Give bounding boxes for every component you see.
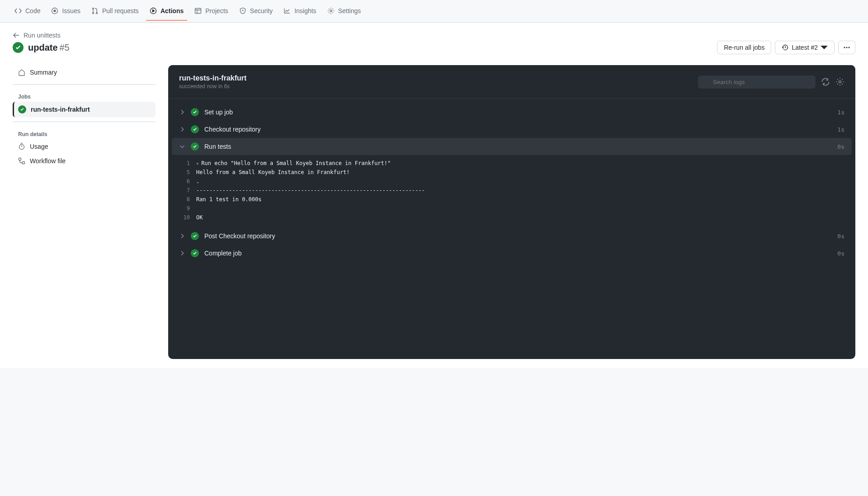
step-time: 0s xyxy=(837,233,844,240)
run-title: update xyxy=(28,43,58,52)
step-time: 1s xyxy=(837,126,844,133)
log-line[interactable]: 1▸Run echo "Hello from a Small Koyeb Ins… xyxy=(179,159,844,168)
rerun-button[interactable]: Re-run all jobs xyxy=(717,41,771,54)
svg-rect-13 xyxy=(19,158,21,161)
tab-settings[interactable]: Settings xyxy=(324,2,365,21)
sidebar-summary[interactable]: Summary xyxy=(13,65,156,80)
step-name: Checkout repository xyxy=(204,126,832,133)
tab-projects[interactable]: Projects xyxy=(191,2,232,21)
log-text: ▸Run echo "Hello from a Small Koyeb Inst… xyxy=(196,159,391,168)
sidebar-job[interactable]: run-tests-in-frakfurt xyxy=(13,102,156,117)
step-name: Run tests xyxy=(204,143,832,150)
sidebar-usage[interactable]: Usage xyxy=(13,139,156,154)
home-icon xyxy=(18,69,25,76)
svg-point-1 xyxy=(54,10,56,12)
step-time: 1s xyxy=(837,109,844,116)
svg-point-8 xyxy=(330,10,332,12)
sidebar-label: Usage xyxy=(30,143,48,150)
code-icon xyxy=(14,7,22,14)
chevron-right-icon xyxy=(179,233,185,239)
sidebar-workflow-file[interactable]: Workflow file xyxy=(13,154,156,168)
breadcrumb-workflow[interactable]: Run unittests xyxy=(24,32,61,39)
step-row[interactable]: Complete job0s xyxy=(168,245,855,262)
tab-pulls[interactable]: Pull requests xyxy=(88,2,142,21)
success-icon xyxy=(191,249,199,257)
svg-rect-14 xyxy=(23,162,25,164)
step-name: Set up job xyxy=(204,109,832,116)
log-text: Hello from a Small Koyeb Instance in Fra… xyxy=(196,168,350,177)
divider xyxy=(13,84,156,85)
log-line[interactable]: 5Hello from a Small Koyeb Instance in Fr… xyxy=(179,168,844,177)
sidebar: Summary Jobs run-tests-in-frakfurt Run d… xyxy=(13,65,156,359)
search-logs-input[interactable] xyxy=(698,76,816,89)
job-panel: run-tests-in-frakfurt succeeded now in 6… xyxy=(168,65,855,359)
step-row[interactable]: Checkout repository1s xyxy=(168,121,855,138)
tab-code[interactable]: Code xyxy=(11,2,44,21)
nav-label: Settings xyxy=(338,7,361,14)
sidebar-label: Workflow file xyxy=(30,157,66,165)
success-icon xyxy=(13,42,24,53)
kebab-icon xyxy=(843,44,850,51)
success-icon xyxy=(191,108,199,116)
breadcrumb: Run unittests xyxy=(13,32,855,39)
step-row[interactable]: Run tests0s xyxy=(172,138,852,155)
log-text: ----------------------------------------… xyxy=(196,186,425,195)
latest-run-button[interactable]: Latest #2 xyxy=(775,41,835,54)
tab-issues[interactable]: Issues xyxy=(47,2,84,21)
nav-label: Actions xyxy=(160,7,184,14)
line-number: 5 xyxy=(179,168,190,177)
log-line[interactable]: 10OK xyxy=(179,213,844,222)
refresh-icon[interactable] xyxy=(821,77,830,86)
log-text: Ran 1 test in 0.000s xyxy=(196,195,262,204)
sidebar-label: run-tests-in-frakfurt xyxy=(31,106,90,113)
log-line[interactable]: 8Ran 1 test in 0.000s xyxy=(179,195,844,204)
arrow-left-icon[interactable] xyxy=(13,32,20,39)
chevron-down-icon xyxy=(179,143,185,150)
svg-point-11 xyxy=(849,47,850,48)
run-number: #5 xyxy=(59,43,69,52)
line-number: 6 xyxy=(179,177,190,186)
chevron-right-icon xyxy=(179,250,185,256)
line-number: 9 xyxy=(179,204,190,213)
history-icon xyxy=(782,44,789,51)
pull-request-icon xyxy=(91,7,99,14)
expand-caret-icon[interactable]: ▸ xyxy=(196,160,199,166)
step-row[interactable]: Post Checkout repository0s xyxy=(168,227,855,245)
step-time: 0s xyxy=(837,250,844,257)
line-number: 8 xyxy=(179,195,190,204)
step-row[interactable]: Set up job1s xyxy=(168,104,855,121)
issue-icon xyxy=(51,7,58,14)
chevron-right-icon xyxy=(179,109,185,115)
more-actions-button[interactable] xyxy=(838,41,855,54)
svg-rect-6 xyxy=(195,8,201,13)
play-icon xyxy=(150,7,157,14)
graph-icon xyxy=(283,7,291,14)
shield-icon xyxy=(239,7,246,14)
step-time: 0s xyxy=(837,143,844,150)
gear-icon[interactable] xyxy=(835,77,844,86)
success-icon xyxy=(191,142,199,151)
caret-down-icon xyxy=(821,44,828,51)
line-number: 1 xyxy=(179,159,190,168)
sidebar-label: Summary xyxy=(30,69,57,76)
step-name: Complete job xyxy=(204,250,832,257)
nav-label: Security xyxy=(250,7,273,14)
steps-list: Set up job1sCheckout repository1sRun tes… xyxy=(168,99,855,266)
nav-label: Projects xyxy=(205,7,228,14)
svg-point-7 xyxy=(242,10,243,11)
success-icon xyxy=(18,105,26,113)
nav-label: Insights xyxy=(294,7,316,14)
gear-icon xyxy=(327,7,335,14)
tab-actions[interactable]: Actions xyxy=(146,2,187,21)
nav-label: Code xyxy=(25,7,40,14)
button-label: Latest #2 xyxy=(792,44,818,51)
line-number: 10 xyxy=(179,213,190,222)
log-line[interactable]: 6. xyxy=(179,177,844,186)
log-line[interactable]: 9 xyxy=(179,204,844,213)
log-line[interactable]: 7---------------------------------------… xyxy=(179,186,844,195)
line-number: 7 xyxy=(179,186,190,195)
tab-security[interactable]: Security xyxy=(236,2,277,21)
svg-point-9 xyxy=(844,47,845,48)
tab-insights[interactable]: Insights xyxy=(280,2,320,21)
nav-label: Issues xyxy=(62,7,80,14)
